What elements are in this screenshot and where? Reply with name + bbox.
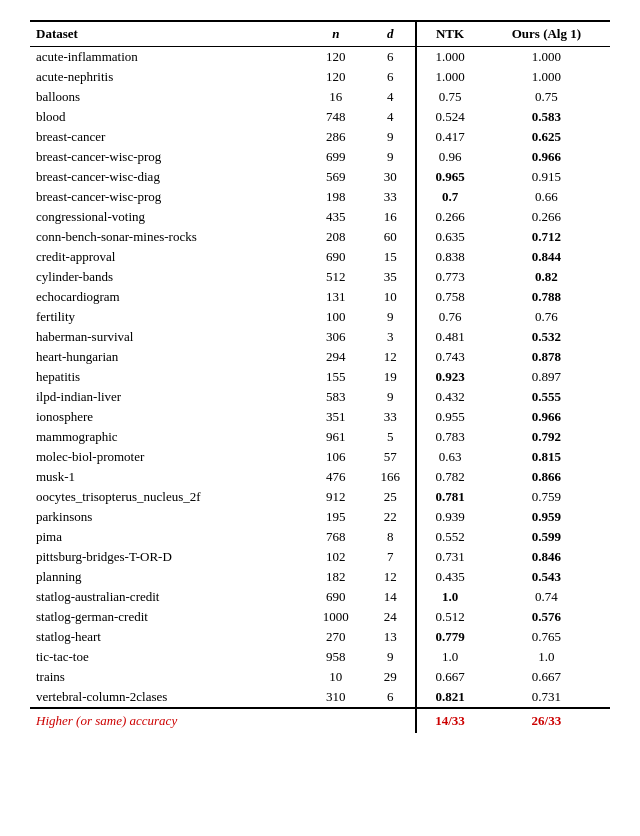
cell-ntk: 0.75 — [416, 87, 483, 107]
cell-ours: 0.966 — [483, 407, 610, 427]
col-header-ntk: NTK — [416, 21, 483, 47]
table-row: acute-inflammation12061.0001.000 — [30, 47, 610, 68]
table-row: breast-cancer-wisc-diag569300.9650.915 — [30, 167, 610, 187]
table-row: conn-bench-sonar-mines-rocks208600.6350.… — [30, 227, 610, 247]
cell-n: 569 — [306, 167, 365, 187]
cell-dataset: fertility — [30, 307, 306, 327]
cell-n: 958 — [306, 647, 365, 667]
table-row: mammographic96150.7830.792 — [30, 427, 610, 447]
cell-ntk: 0.821 — [416, 687, 483, 708]
cell-d: 33 — [365, 407, 416, 427]
cell-d: 9 — [365, 147, 416, 167]
cell-ours: 0.555 — [483, 387, 610, 407]
table-row: molec-biol-promoter106570.630.815 — [30, 447, 610, 467]
cell-ntk: 0.779 — [416, 627, 483, 647]
cell-n: 306 — [306, 327, 365, 347]
cell-dataset: balloons — [30, 87, 306, 107]
cell-d: 12 — [365, 567, 416, 587]
col-header-ours: Ours (Alg 1) — [483, 21, 610, 47]
cell-n: 182 — [306, 567, 365, 587]
cell-dataset: haberman-survival — [30, 327, 306, 347]
cell-ntk: 0.63 — [416, 447, 483, 467]
table-row: balloons1640.750.75 — [30, 87, 610, 107]
cell-dataset: blood — [30, 107, 306, 127]
cell-ntk: 0.923 — [416, 367, 483, 387]
cell-n: 286 — [306, 127, 365, 147]
cell-dataset: conn-bench-sonar-mines-rocks — [30, 227, 306, 247]
cell-ntk: 0.667 — [416, 667, 483, 687]
cell-n: 699 — [306, 147, 365, 167]
cell-dataset: ilpd-indian-liver — [30, 387, 306, 407]
cell-dataset: breast-cancer — [30, 127, 306, 147]
cell-d: 5 — [365, 427, 416, 447]
cell-ours: 0.966 — [483, 147, 610, 167]
cell-ours: 0.625 — [483, 127, 610, 147]
cell-ours: 0.82 — [483, 267, 610, 287]
cell-n: 961 — [306, 427, 365, 447]
cell-ntk: 0.481 — [416, 327, 483, 347]
table-row: pima76880.5520.599 — [30, 527, 610, 547]
cell-dataset: parkinsons — [30, 507, 306, 527]
cell-d: 4 — [365, 87, 416, 107]
cell-d: 30 — [365, 167, 416, 187]
cell-ours: 0.866 — [483, 467, 610, 487]
cell-ours: 0.897 — [483, 367, 610, 387]
table-row: breast-cancer-wisc-prog69990.960.966 — [30, 147, 610, 167]
cell-n: 748 — [306, 107, 365, 127]
cell-d: 13 — [365, 627, 416, 647]
cell-ours: 1.0 — [483, 647, 610, 667]
cell-n: 512 — [306, 267, 365, 287]
table-row: congressional-voting435160.2660.266 — [30, 207, 610, 227]
table-row: breast-cancer28690.4170.625 — [30, 127, 610, 147]
cell-dataset: breast-cancer-wisc-prog — [30, 187, 306, 207]
cell-dataset: pittsburg-bridges-T-OR-D — [30, 547, 306, 567]
cell-d: 35 — [365, 267, 416, 287]
cell-ntk: 0.838 — [416, 247, 483, 267]
cell-ntk: 0.781 — [416, 487, 483, 507]
cell-d: 6 — [365, 687, 416, 708]
cell-ntk: 0.758 — [416, 287, 483, 307]
cell-ntk: 0.965 — [416, 167, 483, 187]
cell-dataset: musk-1 — [30, 467, 306, 487]
cell-ours: 0.731 — [483, 687, 610, 708]
results-table: Dataset n d NTK Ours (Alg 1) acute-infla… — [30, 20, 610, 733]
cell-ours: 0.76 — [483, 307, 610, 327]
cell-ours: 0.788 — [483, 287, 610, 307]
cell-d: 166 — [365, 467, 416, 487]
cell-dataset: echocardiogram — [30, 287, 306, 307]
table-row: heart-hungarian294120.7430.878 — [30, 347, 610, 367]
cell-n: 768 — [306, 527, 365, 547]
cell-ntk: 0.512 — [416, 607, 483, 627]
cell-ours: 0.815 — [483, 447, 610, 467]
cell-ntk: 0.7 — [416, 187, 483, 207]
cell-n: 690 — [306, 587, 365, 607]
cell-ntk: 0.782 — [416, 467, 483, 487]
table-row: trains10290.6670.667 — [30, 667, 610, 687]
cell-d: 9 — [365, 127, 416, 147]
cell-n: 102 — [306, 547, 365, 567]
cell-ntk: 0.743 — [416, 347, 483, 367]
cell-d: 57 — [365, 447, 416, 467]
cell-dataset: trains — [30, 667, 306, 687]
cell-dataset: credit-approval — [30, 247, 306, 267]
cell-d: 19 — [365, 367, 416, 387]
cell-d: 24 — [365, 607, 416, 627]
table-row: haberman-survival30630.4810.532 — [30, 327, 610, 347]
cell-d: 7 — [365, 547, 416, 567]
cell-ours: 0.576 — [483, 607, 610, 627]
cell-d: 15 — [365, 247, 416, 267]
cell-dataset: oocytes_trisopterus_nucleus_2f — [30, 487, 306, 507]
cell-d: 4 — [365, 107, 416, 127]
cell-ours: 0.583 — [483, 107, 610, 127]
cell-ours: 0.878 — [483, 347, 610, 367]
cell-ntk: 0.524 — [416, 107, 483, 127]
cell-ours: 0.792 — [483, 427, 610, 447]
table-row: hepatitis155190.9230.897 — [30, 367, 610, 387]
cell-n: 198 — [306, 187, 365, 207]
cell-ours: 1.000 — [483, 47, 610, 68]
cell-dataset: hepatitis — [30, 367, 306, 387]
cell-ntk: 1.0 — [416, 647, 483, 667]
footer-ours-count: 26/33 — [483, 708, 610, 733]
cell-ntk: 0.552 — [416, 527, 483, 547]
cell-n: 912 — [306, 487, 365, 507]
